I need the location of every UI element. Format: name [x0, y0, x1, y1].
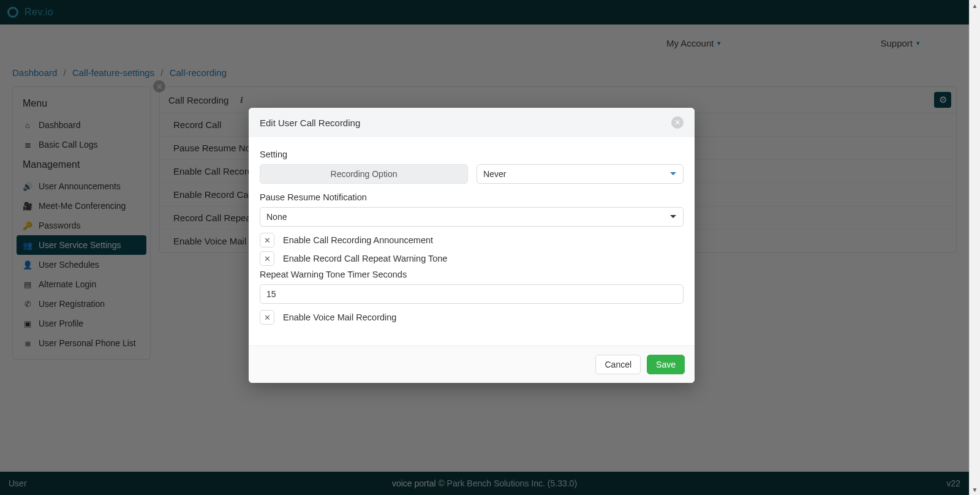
x-icon: ✕	[264, 313, 271, 322]
pause-resume-select-wrapper: None	[260, 207, 684, 227]
recording-option-button[interactable]: Recording Option	[260, 164, 468, 184]
scroll-up-icon[interactable]: ▲	[970, 0, 980, 11]
pause-resume-label: Pause Resume Notification	[260, 192, 684, 202]
checkbox-enable-record-call-repeat-warning-tone[interactable]: ✕	[260, 251, 274, 266]
modal-close-button[interactable]: ✕	[671, 116, 684, 129]
close-icon: ✕	[674, 118, 680, 127]
repeat-timer-label: Repeat Warning Tone Timer Seconds	[260, 270, 684, 279]
recording-option-select-wrapper: Never	[477, 164, 684, 184]
cancel-button[interactable]: Cancel	[595, 355, 641, 374]
modal-title: Edit User Call Recording	[260, 118, 360, 128]
edit-user-call-recording-modal: Edit User Call Recording ✕ Setting Recor…	[249, 108, 695, 383]
setting-label: Setting	[260, 149, 684, 159]
window-scrollbar[interactable]: ▲ ▼	[969, 0, 980, 495]
checkbox-enable-call-recording-announcement[interactable]: ✕	[260, 233, 274, 248]
checkbox-enable-voice-mail-recording[interactable]: ✕	[260, 310, 274, 325]
scroll-down-icon[interactable]: ▼	[970, 484, 980, 495]
recording-option-button-label: Recording Option	[331, 169, 398, 179]
pause-resume-select[interactable]: None	[260, 207, 684, 227]
x-icon: ✕	[264, 254, 271, 263]
checkbox-label-repeat-tone: Enable Record Call Repeat Warning Tone	[283, 254, 447, 263]
checkbox-label-voicemail: Enable Voice Mail Recording	[283, 312, 396, 322]
save-button[interactable]: Save	[647, 355, 685, 374]
recording-option-select[interactable]: Never	[477, 164, 684, 184]
repeat-timer-input[interactable]	[260, 284, 684, 304]
x-icon: ✕	[264, 236, 271, 245]
checkbox-label-announcement: Enable Call Recording Announcement	[283, 235, 433, 245]
